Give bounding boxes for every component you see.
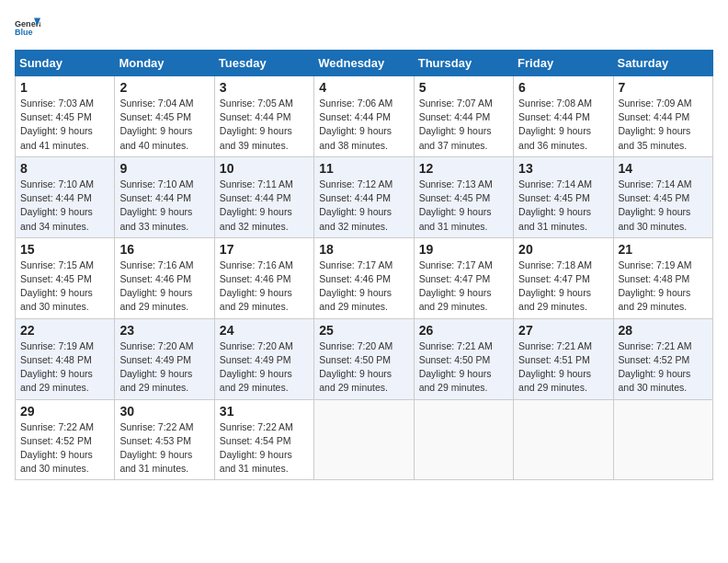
day-info: Sunrise: 7:19 AMSunset: 4:48 PMDaylight:… xyxy=(619,259,708,315)
day-info: Sunrise: 7:14 AMSunset: 4:45 PMDaylight:… xyxy=(619,178,708,234)
day-cell: 8Sunrise: 7:10 AMSunset: 4:44 PMDaylight… xyxy=(16,156,115,237)
day-cell: 1Sunrise: 7:03 AMSunset: 4:45 PMDaylight… xyxy=(16,76,115,157)
day-header-tuesday: Tuesday xyxy=(214,51,313,76)
day-number: 13 xyxy=(518,161,608,176)
day-number: 12 xyxy=(419,161,508,176)
day-number: 5 xyxy=(419,80,508,95)
day-number: 31 xyxy=(220,404,309,419)
day-info: Sunrise: 7:22 AMSunset: 4:52 PMDaylight:… xyxy=(20,420,109,477)
day-info: Sunrise: 7:18 AMSunset: 4:47 PMDaylight:… xyxy=(518,259,608,315)
week-row-3: 15Sunrise: 7:15 AMSunset: 4:45 PMDayligh… xyxy=(16,237,713,318)
day-info: Sunrise: 7:22 AMSunset: 4:53 PMDaylight:… xyxy=(119,420,209,477)
day-cell: 2Sunrise: 7:04 AMSunset: 4:45 PMDaylight… xyxy=(115,76,214,157)
day-cell: 9Sunrise: 7:10 AMSunset: 4:44 PMDaylight… xyxy=(115,156,214,237)
day-number: 1 xyxy=(20,80,109,95)
day-number: 8 xyxy=(20,161,109,176)
day-number: 3 xyxy=(220,80,309,95)
day-header-thursday: Thursday xyxy=(414,51,513,76)
day-info: Sunrise: 7:13 AMSunset: 4:45 PMDaylight:… xyxy=(419,178,508,234)
day-cell: 20Sunrise: 7:18 AMSunset: 4:47 PMDayligh… xyxy=(514,237,613,318)
day-info: Sunrise: 7:20 AMSunset: 4:49 PMDaylight:… xyxy=(220,339,309,396)
day-number: 24 xyxy=(220,323,309,338)
day-cell xyxy=(613,399,712,480)
week-row-2: 8Sunrise: 7:10 AMSunset: 4:44 PMDaylight… xyxy=(16,156,713,237)
day-number: 15 xyxy=(20,242,109,257)
day-info: Sunrise: 7:14 AMSunset: 4:45 PMDaylight:… xyxy=(518,178,608,234)
day-number: 14 xyxy=(619,161,708,176)
day-number: 27 xyxy=(518,323,608,338)
day-info: Sunrise: 7:20 AMSunset: 4:49 PMDaylight:… xyxy=(119,339,209,396)
day-number: 19 xyxy=(419,242,508,257)
day-number: 29 xyxy=(20,404,109,419)
day-number: 10 xyxy=(220,161,309,176)
day-cell: 19Sunrise: 7:17 AMSunset: 4:47 PMDayligh… xyxy=(414,237,513,318)
day-info: Sunrise: 7:04 AMSunset: 4:45 PMDaylight:… xyxy=(119,97,209,153)
day-header-sunday: Sunday xyxy=(16,51,115,76)
day-info: Sunrise: 7:17 AMSunset: 4:46 PMDaylight:… xyxy=(319,259,408,315)
day-cell: 28Sunrise: 7:21 AMSunset: 4:52 PMDayligh… xyxy=(613,318,712,399)
day-cell: 7Sunrise: 7:09 AMSunset: 4:44 PMDaylight… xyxy=(613,76,712,157)
header: General Blue xyxy=(15,15,713,40)
day-info: Sunrise: 7:08 AMSunset: 4:44 PMDaylight:… xyxy=(518,97,608,153)
day-header-monday: Monday xyxy=(115,51,214,76)
day-cell: 3Sunrise: 7:05 AMSunset: 4:44 PMDaylight… xyxy=(214,76,313,157)
day-cell: 29Sunrise: 7:22 AMSunset: 4:52 PMDayligh… xyxy=(16,399,115,480)
day-info: Sunrise: 7:21 AMSunset: 4:51 PMDaylight:… xyxy=(518,339,608,396)
day-number: 9 xyxy=(119,161,209,176)
day-info: Sunrise: 7:10 AMSunset: 4:44 PMDaylight:… xyxy=(119,178,209,234)
day-cell: 6Sunrise: 7:08 AMSunset: 4:44 PMDaylight… xyxy=(514,76,613,157)
day-number: 28 xyxy=(619,323,708,338)
day-cell: 16Sunrise: 7:16 AMSunset: 4:46 PMDayligh… xyxy=(115,237,214,318)
day-cell: 12Sunrise: 7:13 AMSunset: 4:45 PMDayligh… xyxy=(414,156,513,237)
day-info: Sunrise: 7:16 AMSunset: 4:46 PMDaylight:… xyxy=(220,259,309,315)
day-number: 21 xyxy=(619,242,708,257)
day-cell: 30Sunrise: 7:22 AMSunset: 4:53 PMDayligh… xyxy=(115,399,214,480)
day-header-wednesday: Wednesday xyxy=(314,51,414,76)
day-cell: 27Sunrise: 7:21 AMSunset: 4:51 PMDayligh… xyxy=(514,318,613,399)
day-info: Sunrise: 7:17 AMSunset: 4:47 PMDaylight:… xyxy=(419,259,508,315)
day-cell: 25Sunrise: 7:20 AMSunset: 4:50 PMDayligh… xyxy=(314,318,414,399)
day-info: Sunrise: 7:22 AMSunset: 4:54 PMDaylight:… xyxy=(220,420,309,477)
day-cell xyxy=(314,399,414,480)
day-cell: 21Sunrise: 7:19 AMSunset: 4:48 PMDayligh… xyxy=(613,237,712,318)
day-number: 17 xyxy=(220,242,309,257)
day-info: Sunrise: 7:20 AMSunset: 4:50 PMDaylight:… xyxy=(319,339,408,396)
day-number: 4 xyxy=(319,80,408,95)
day-cell: 26Sunrise: 7:21 AMSunset: 4:50 PMDayligh… xyxy=(414,318,513,399)
week-row-4: 22Sunrise: 7:19 AMSunset: 4:48 PMDayligh… xyxy=(16,318,713,399)
day-cell xyxy=(414,399,513,480)
day-info: Sunrise: 7:19 AMSunset: 4:48 PMDaylight:… xyxy=(20,339,109,396)
days-header-row: SundayMondayTuesdayWednesdayThursdayFrid… xyxy=(16,51,713,76)
day-info: Sunrise: 7:16 AMSunset: 4:46 PMDaylight:… xyxy=(119,259,209,315)
day-header-friday: Friday xyxy=(514,51,613,76)
day-info: Sunrise: 7:03 AMSunset: 4:45 PMDaylight:… xyxy=(20,97,109,153)
day-cell xyxy=(514,399,613,480)
day-cell: 4Sunrise: 7:06 AMSunset: 4:44 PMDaylight… xyxy=(314,76,414,157)
day-number: 30 xyxy=(119,404,209,419)
day-number: 18 xyxy=(319,242,408,257)
day-info: Sunrise: 7:10 AMSunset: 4:44 PMDaylight:… xyxy=(20,178,109,234)
day-info: Sunrise: 7:06 AMSunset: 4:44 PMDaylight:… xyxy=(319,97,408,153)
week-row-1: 1Sunrise: 7:03 AMSunset: 4:45 PMDaylight… xyxy=(16,76,713,157)
day-number: 7 xyxy=(619,80,708,95)
day-cell: 13Sunrise: 7:14 AMSunset: 4:45 PMDayligh… xyxy=(514,156,613,237)
day-number: 6 xyxy=(518,80,608,95)
day-number: 11 xyxy=(319,161,408,176)
day-info: Sunrise: 7:15 AMSunset: 4:45 PMDaylight:… xyxy=(20,259,109,315)
day-info: Sunrise: 7:09 AMSunset: 4:44 PMDaylight:… xyxy=(619,97,708,153)
day-header-saturday: Saturday xyxy=(613,51,712,76)
day-cell: 11Sunrise: 7:12 AMSunset: 4:44 PMDayligh… xyxy=(314,156,414,237)
day-info: Sunrise: 7:12 AMSunset: 4:44 PMDaylight:… xyxy=(319,178,408,234)
day-number: 16 xyxy=(119,242,209,257)
day-info: Sunrise: 7:21 AMSunset: 4:52 PMDaylight:… xyxy=(619,339,708,396)
day-number: 25 xyxy=(319,323,408,338)
day-info: Sunrise: 7:21 AMSunset: 4:50 PMDaylight:… xyxy=(419,339,508,396)
day-cell: 10Sunrise: 7:11 AMSunset: 4:44 PMDayligh… xyxy=(214,156,313,237)
day-number: 20 xyxy=(518,242,608,257)
day-cell: 5Sunrise: 7:07 AMSunset: 4:44 PMDaylight… xyxy=(414,76,513,157)
logo-icon: General Blue xyxy=(15,15,40,40)
day-cell: 24Sunrise: 7:20 AMSunset: 4:49 PMDayligh… xyxy=(214,318,313,399)
day-info: Sunrise: 7:11 AMSunset: 4:44 PMDaylight:… xyxy=(220,178,309,234)
day-info: Sunrise: 7:05 AMSunset: 4:44 PMDaylight:… xyxy=(220,97,309,153)
logo: General Blue xyxy=(15,15,44,40)
